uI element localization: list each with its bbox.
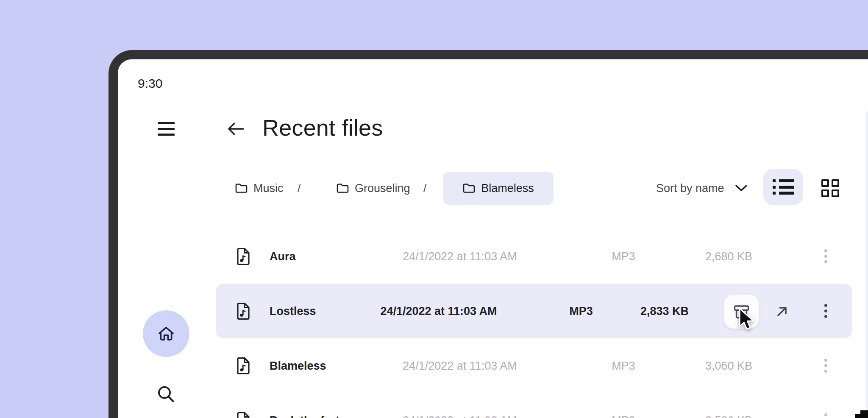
breadcrumb-separator: /: [423, 172, 426, 205]
file-date: 24/1/2022 at 11:03 AM: [397, 250, 523, 263]
breadcrumb-item-grouseling[interactable]: Grouseling: [336, 172, 410, 205]
sort-label: Sort by name: [656, 182, 724, 195]
more-options-icon: [824, 370, 827, 373]
more-options-icon: [824, 309, 827, 312]
home-icon: [157, 325, 175, 343]
more-options-button[interactable]: [822, 338, 829, 393]
folder-icon: [462, 183, 475, 194]
screenshot-stage: 9:30 Recent files Music / Grouseling / B…: [0, 0, 868, 418]
more-options-button[interactable]: [822, 229, 829, 284]
audio-file-icon: [236, 248, 250, 265]
folder-icon: [235, 183, 248, 194]
chevron-down-icon: [734, 184, 748, 192]
audio-file-icon: [236, 357, 250, 375]
more-options-icon: [824, 364, 827, 367]
more-options-icon: [824, 249, 827, 252]
menu-icon[interactable]: [158, 122, 175, 136]
grid-view-icon: [832, 179, 839, 187]
file-size: 3,060 KB: [682, 359, 752, 372]
file-row[interactable]: Lostless 24/1/2022 at 11:03 AM MP3 2,833…: [216, 284, 852, 338]
more-options-icon: [824, 359, 827, 362]
grid-view-button[interactable]: [821, 179, 839, 197]
file-size: 2,680 KB: [682, 250, 752, 263]
more-options-icon: [824, 304, 827, 307]
folder-icon: [336, 183, 349, 194]
menu-bar: [158, 134, 175, 136]
more-options-icon: [824, 413, 827, 416]
search-button[interactable]: [156, 384, 176, 404]
audio-file-icon: [236, 412, 250, 418]
breadcrumb-item-blameless-current[interactable]: Blameless: [443, 172, 554, 205]
archive-button[interactable]: [724, 295, 759, 329]
breadcrumb-label: Grouseling: [355, 182, 410, 195]
file-name: Aura: [270, 250, 296, 263]
file-row[interactable]: Back the fort 24/1/2022 at 11:03 AM MP3 …: [216, 393, 852, 418]
more-options-icon: [824, 260, 827, 263]
grid-view-icon: [821, 189, 829, 197]
file-type: MP3: [598, 250, 649, 263]
file-size: 2,586 KB: [682, 414, 752, 418]
file-row[interactable]: Aura 24/1/2022 at 11:03 AM MP3 2,680 KB: [216, 229, 852, 284]
more-options-button[interactable]: [822, 284, 829, 338]
file-name: Back the fort: [270, 414, 339, 418]
menu-bar: [158, 128, 175, 130]
more-options-icon: [824, 255, 827, 258]
file-date: 24/1/2022 at 11:03 AM: [397, 359, 523, 372]
back-arrow-glyph: [226, 120, 245, 137]
side-panel-edge: [866, 111, 868, 418]
archive-icon: [734, 304, 749, 319]
breadcrumb-label: Blameless: [481, 182, 534, 195]
more-options-button[interactable]: [822, 393, 829, 418]
list-view-button[interactable]: [763, 169, 803, 205]
sort-dropdown[interactable]: Sort by name: [656, 172, 748, 205]
menu-bar: [158, 122, 175, 124]
file-row[interactable]: Blameless 24/1/2022 at 11:03 AM MP3 3,06…: [216, 338, 852, 393]
list-view-icon: [773, 179, 794, 195]
back-arrow-icon[interactable]: [226, 120, 245, 137]
status-bar-clock: 9:30: [138, 76, 162, 91]
home-button[interactable]: [143, 310, 189, 357]
more-options-icon: [824, 315, 827, 318]
breadcrumb-item-music[interactable]: Music: [235, 172, 284, 205]
file-date: 24/1/2022 at 11:03 AM: [397, 414, 523, 418]
page-title: Recent files: [262, 114, 383, 141]
grid-view-icon: [832, 189, 839, 197]
file-type: MP3: [598, 414, 649, 418]
file-type: MP3: [598, 359, 649, 372]
search-icon: [156, 384, 176, 404]
open-arrow-icon[interactable]: [775, 304, 789, 319]
breadcrumb-separator: /: [298, 172, 300, 205]
row-actions: [216, 284, 852, 338]
file-name: Blameless: [270, 359, 326, 372]
breadcrumb-label: Music: [253, 182, 284, 195]
grid-view-icon: [821, 179, 829, 187]
